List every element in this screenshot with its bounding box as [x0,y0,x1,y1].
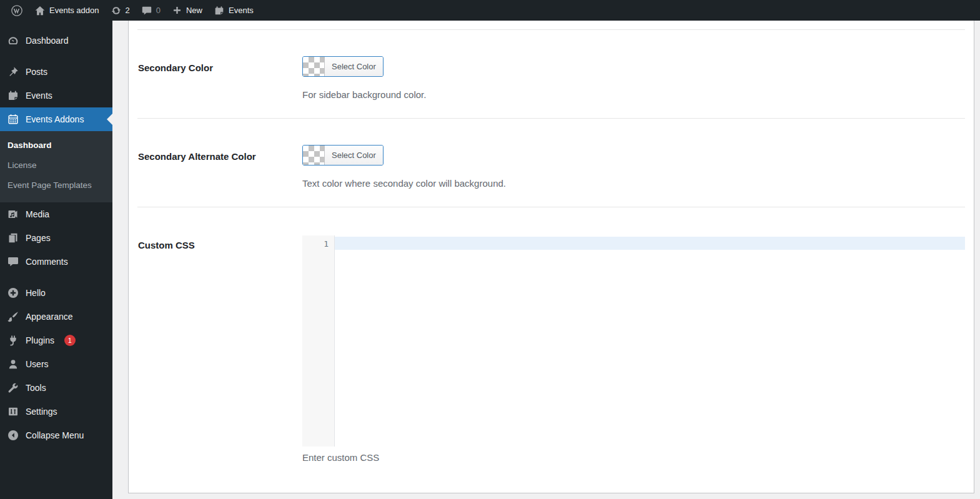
active-menu-arrow [107,114,112,125]
plug-icon [7,334,19,347]
submenu-item-dashboard[interactable]: Dashboard [0,136,112,156]
menu-separator [0,52,112,60]
sidebar-item-label: Posts [26,66,47,78]
sidebar-item-appearance[interactable]: Appearance [0,305,112,329]
events-toolbar-label: Events [229,6,254,15]
events-toolbar-menu[interactable]: Events [208,0,259,21]
events-calendar-icon [214,5,225,16]
paint-brush-icon [7,310,19,323]
comment-bubble-icon [141,5,152,16]
collapse-menu-button[interactable]: Collapse Menu [0,423,112,447]
sidebar-item-events[interactable]: Events [0,84,112,107]
submenu-item-event-page-templates[interactable]: Event Page Templates [0,175,112,195]
sliders-icon [7,405,19,418]
collapse-menu-label: Collapse Menu [26,429,84,442]
secondary-color-description: For sidebar background color. [302,89,965,101]
setting-row-custom-css: Custom CSS 1 Enter custom CSS [137,207,965,463]
submenu-item-license[interactable]: License [0,156,112,175]
comments-menu[interactable]: 0 [136,0,166,21]
sidebar-item-settings[interactable]: Settings [0,400,112,423]
setting-row-secondary-color: Secondary Color Select Color For sidebar… [137,30,965,119]
secondary-alternate-color-description: Text color where seconday color will bac… [302,177,965,189]
wordpress-logo-icon [11,4,23,17]
speech-bubble-icon [7,255,19,268]
sidebar-item-label: Media [26,208,49,220]
dashboard-gauge-icon [7,34,19,47]
secondary-alternate-color-picker-button[interactable]: Select Color [302,145,384,166]
wrench-icon [7,382,19,394]
custom-css-editor[interactable]: 1 [302,235,965,447]
menu-separator [0,274,112,281]
select-color-button-label: Select Color [324,57,383,76]
sidebar-item-label: Users [26,358,49,370]
sidebar-item-hello[interactable]: Hello [0,281,112,305]
plus-icon [172,5,182,16]
home-icon [34,5,46,16]
sidebar-item-plugins[interactable]: Plugins 1 [0,329,112,352]
site-name-label: Events addon [49,6,99,15]
new-content-menu[interactable]: New [166,0,208,21]
calendar-page-icon [7,89,19,102]
updates-icon [111,5,122,16]
editor-text-area[interactable] [335,235,965,447]
custom-css-description: Enter custom CSS [302,452,965,463]
settings-panel: Secondary Color Select Color For sidebar… [128,21,974,493]
media-icon [7,208,19,220]
sidebar-item-pages[interactable]: Pages [0,226,112,250]
stacked-pages-icon [7,232,19,244]
sidebar-item-comments[interactable]: Comments [0,250,112,274]
sidebar-item-label: Dashboard [26,34,69,47]
transparent-color-swatch [303,146,324,165]
sidebar-item-media[interactable]: Media [0,202,112,226]
sidebar-item-posts[interactable]: Posts [0,60,112,84]
line-number: 1 [324,239,329,249]
secondary-alternate-color-label: Secondary Alternate Color [137,119,302,207]
new-label: New [186,6,202,15]
content-area: Secondary Color Select Color For sidebar… [112,21,980,499]
secondary-color-label: Secondary Color [137,30,302,118]
plus-circle-icon [7,287,19,299]
sidebar-item-dashboard[interactable]: Dashboard [0,29,112,52]
sidebar-item-label: Events [26,89,52,102]
secondary-color-picker-button[interactable]: Select Color [302,56,384,77]
collapse-arrow-icon [7,429,19,442]
person-icon [7,358,19,370]
sidebar-item-label: Comments [26,255,68,268]
sidebar-item-label: Pages [26,232,51,244]
sidebar-item-label: Hello [26,287,46,299]
sidebar-item-label: Events Addons [26,113,84,126]
sidebar-item-label: Plugins [26,334,54,347]
sidebar-item-label: Tools [26,382,46,394]
pushpin-icon [7,66,19,78]
row-divider [137,21,965,30]
updates-menu[interactable]: 2 [105,0,136,21]
sidebar-item-users[interactable]: Users [0,352,112,376]
plugins-update-badge: 1 [64,335,76,346]
admin-bar: Events addon 2 0 New Events [0,0,980,21]
editor-line-number-gutter: 1 [302,235,335,447]
sidebar-item-label: Settings [26,405,57,418]
wp-logo-menu[interactable] [5,0,29,21]
select-color-button-label: Select Color [324,146,383,165]
setting-row-secondary-alternate-color: Secondary Alternate Color Select Color T… [137,119,965,207]
site-name-menu[interactable]: Events addon [29,0,105,21]
custom-css-label: Custom CSS [137,207,302,463]
editor-active-line [335,237,965,250]
transparent-color-swatch [303,57,324,76]
admin-sidebar: Dashboard Posts Events Events Addons Das… [0,21,112,499]
sidebar-item-label: Appearance [26,310,73,323]
updates-count: 2 [126,6,130,15]
comments-count: 0 [156,6,161,15]
sidebar-item-tools[interactable]: Tools [0,376,112,400]
calendar-grid-icon [7,113,19,126]
events-addons-submenu: Dashboard License Event Page Templates [0,131,112,202]
sidebar-item-events-addons[interactable]: Events Addons [0,107,112,131]
